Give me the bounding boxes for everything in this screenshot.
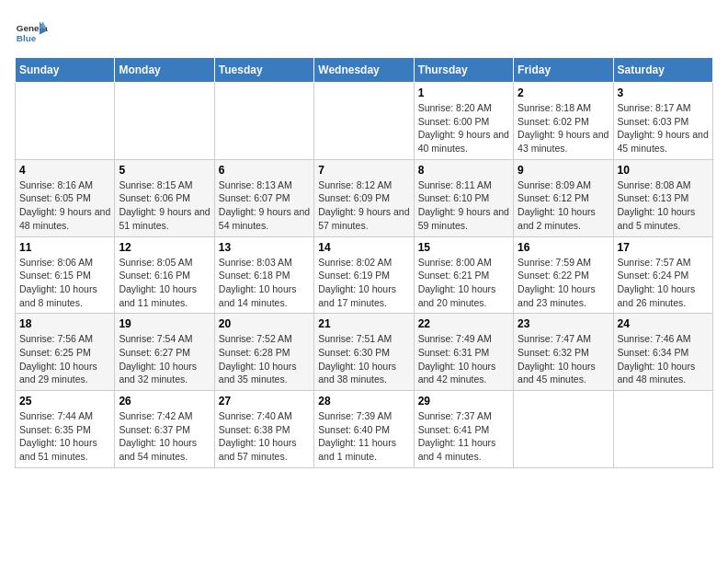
calendar-cell: 16Sunrise: 7:59 AM Sunset: 6:22 PM Dayli… <box>514 236 613 314</box>
day-info: Sunrise: 7:44 AM Sunset: 6:35 PM Dayligh… <box>19 409 110 464</box>
day-info: Sunrise: 8:02 AM Sunset: 6:19 PM Dayligh… <box>318 256 409 310</box>
calendar-cell: 15Sunrise: 8:00 AM Sunset: 6:21 PM Dayli… <box>414 236 513 314</box>
calendar-cell: 20Sunrise: 7:52 AM Sunset: 6:28 PM Dayli… <box>214 314 313 391</box>
day-of-week-sunday: Sunday <box>16 58 115 83</box>
day-info: Sunrise: 8:03 AM Sunset: 6:18 PM Dayligh… <box>219 256 310 310</box>
calendar-week-row: 25Sunrise: 7:44 AM Sunset: 6:35 PM Dayli… <box>16 391 713 468</box>
day-number: 6 <box>219 164 310 177</box>
day-of-week-thursday: Thursday <box>414 58 513 83</box>
day-number: 17 <box>618 241 709 254</box>
day-info: Sunrise: 8:13 AM Sunset: 6:07 PM Dayligh… <box>219 178 310 233</box>
day-info: Sunrise: 7:59 AM Sunset: 6:22 PM Dayligh… <box>518 256 609 310</box>
day-number: 16 <box>518 241 609 254</box>
calendar-cell <box>514 391 613 468</box>
day-of-week-tuesday: Tuesday <box>214 58 313 83</box>
day-number: 19 <box>119 317 210 330</box>
calendar-cell <box>613 391 712 468</box>
calendar-cell: 1Sunrise: 8:20 AM Sunset: 6:00 PM Daylig… <box>414 83 513 160</box>
day-number: 14 <box>318 241 409 254</box>
day-info: Sunrise: 7:56 AM Sunset: 6:25 PM Dayligh… <box>19 332 110 386</box>
day-number: 2 <box>518 86 609 99</box>
day-number: 21 <box>318 317 409 330</box>
calendar-cell: 10Sunrise: 8:08 AM Sunset: 6:13 PM Dayli… <box>613 159 712 236</box>
day-number: 5 <box>119 164 210 177</box>
svg-text:Blue: Blue <box>17 33 37 43</box>
day-number: 10 <box>618 164 709 177</box>
calendar-cell: 27Sunrise: 7:40 AM Sunset: 6:38 PM Dayli… <box>214 391 313 468</box>
day-info: Sunrise: 7:52 AM Sunset: 6:28 PM Dayligh… <box>219 332 310 386</box>
day-info: Sunrise: 8:20 AM Sunset: 6:00 PM Dayligh… <box>418 101 509 155</box>
calendar-week-row: 18Sunrise: 7:56 AM Sunset: 6:25 PM Dayli… <box>16 314 713 391</box>
calendar-cell: 23Sunrise: 7:47 AM Sunset: 6:32 PM Dayli… <box>514 314 613 391</box>
calendar-week-row: 11Sunrise: 8:06 AM Sunset: 6:15 PM Dayli… <box>16 236 713 314</box>
day-info: Sunrise: 7:57 AM Sunset: 6:24 PM Dayligh… <box>618 256 709 310</box>
calendar-cell <box>214 83 313 160</box>
day-info: Sunrise: 7:37 AM Sunset: 6:41 PM Dayligh… <box>418 409 509 464</box>
calendar-cell: 6Sunrise: 8:13 AM Sunset: 6:07 PM Daylig… <box>214 159 313 236</box>
calendar-cell: 4Sunrise: 8:16 AM Sunset: 6:05 PM Daylig… <box>16 159 115 236</box>
day-number: 22 <box>418 317 509 330</box>
calendar-cell: 26Sunrise: 7:42 AM Sunset: 6:37 PM Dayli… <box>115 391 214 468</box>
calendar-cell <box>115 83 214 160</box>
calendar-cell: 12Sunrise: 8:05 AM Sunset: 6:16 PM Dayli… <box>115 236 214 314</box>
day-info: Sunrise: 8:05 AM Sunset: 6:16 PM Dayligh… <box>119 256 210 310</box>
day-number: 18 <box>19 317 110 330</box>
day-info: Sunrise: 8:09 AM Sunset: 6:12 PM Dayligh… <box>518 178 609 233</box>
day-info: Sunrise: 8:06 AM Sunset: 6:15 PM Dayligh… <box>19 256 110 310</box>
calendar-cell: 22Sunrise: 7:49 AM Sunset: 6:31 PM Dayli… <box>414 314 513 391</box>
logo: General Blue <box>15 15 48 48</box>
day-number: 23 <box>518 317 609 330</box>
calendar-cell: 3Sunrise: 8:17 AM Sunset: 6:03 PM Daylig… <box>613 83 712 160</box>
day-info: Sunrise: 8:08 AM Sunset: 6:13 PM Dayligh… <box>618 178 709 233</box>
calendar-cell: 28Sunrise: 7:39 AM Sunset: 6:40 PM Dayli… <box>314 391 414 468</box>
calendar-table: SundayMondayTuesdayWednesdayThursdayFrid… <box>15 57 713 468</box>
calendar-cell: 7Sunrise: 8:12 AM Sunset: 6:09 PM Daylig… <box>314 159 414 236</box>
day-number: 13 <box>219 241 310 254</box>
calendar-header-row: SundayMondayTuesdayWednesdayThursdayFrid… <box>16 58 713 83</box>
day-number: 12 <box>119 241 210 254</box>
day-info: Sunrise: 7:54 AM Sunset: 6:27 PM Dayligh… <box>119 332 210 386</box>
day-number: 24 <box>618 317 709 330</box>
day-number: 1 <box>418 86 509 99</box>
calendar-cell: 18Sunrise: 7:56 AM Sunset: 6:25 PM Dayli… <box>16 314 115 391</box>
day-info: Sunrise: 8:12 AM Sunset: 6:09 PM Dayligh… <box>318 178 409 233</box>
day-info: Sunrise: 8:00 AM Sunset: 6:21 PM Dayligh… <box>418 256 509 310</box>
logo-icon: General Blue <box>15 15 48 48</box>
day-of-week-wednesday: Wednesday <box>314 58 414 83</box>
day-number: 8 <box>418 164 509 177</box>
calendar-cell: 29Sunrise: 7:37 AM Sunset: 6:41 PM Dayli… <box>414 391 513 468</box>
day-info: Sunrise: 7:42 AM Sunset: 6:37 PM Dayligh… <box>119 409 210 464</box>
day-number: 15 <box>418 241 509 254</box>
calendar-cell: 11Sunrise: 8:06 AM Sunset: 6:15 PM Dayli… <box>16 236 115 314</box>
day-number: 3 <box>618 86 709 99</box>
day-info: Sunrise: 8:17 AM Sunset: 6:03 PM Dayligh… <box>618 101 709 155</box>
day-of-week-saturday: Saturday <box>613 58 712 83</box>
day-info: Sunrise: 7:51 AM Sunset: 6:30 PM Dayligh… <box>318 332 409 386</box>
calendar-week-row: 1Sunrise: 8:20 AM Sunset: 6:00 PM Daylig… <box>16 83 713 160</box>
calendar-cell: 5Sunrise: 8:15 AM Sunset: 6:06 PM Daylig… <box>115 159 214 236</box>
calendar-cell: 17Sunrise: 7:57 AM Sunset: 6:24 PM Dayli… <box>613 236 712 314</box>
day-number: 27 <box>219 395 310 408</box>
day-info: Sunrise: 7:39 AM Sunset: 6:40 PM Dayligh… <box>318 409 409 464</box>
calendar-cell: 13Sunrise: 8:03 AM Sunset: 6:18 PM Dayli… <box>214 236 313 314</box>
day-info: Sunrise: 7:40 AM Sunset: 6:38 PM Dayligh… <box>219 409 310 464</box>
day-info: Sunrise: 8:11 AM Sunset: 6:10 PM Dayligh… <box>418 178 509 233</box>
day-info: Sunrise: 7:46 AM Sunset: 6:34 PM Dayligh… <box>618 332 709 386</box>
calendar-cell: 2Sunrise: 8:18 AM Sunset: 6:02 PM Daylig… <box>514 83 613 160</box>
calendar-cell: 8Sunrise: 8:11 AM Sunset: 6:10 PM Daylig… <box>414 159 513 236</box>
day-number: 9 <box>518 164 609 177</box>
day-info: Sunrise: 7:49 AM Sunset: 6:31 PM Dayligh… <box>418 332 509 386</box>
calendar-cell <box>314 83 414 160</box>
day-number: 4 <box>19 164 110 177</box>
calendar-cell: 14Sunrise: 8:02 AM Sunset: 6:19 PM Dayli… <box>314 236 414 314</box>
day-number: 11 <box>19 241 110 254</box>
day-info: Sunrise: 8:16 AM Sunset: 6:05 PM Dayligh… <box>19 178 110 233</box>
day-info: Sunrise: 8:18 AM Sunset: 6:02 PM Dayligh… <box>518 101 609 155</box>
calendar-cell <box>16 83 115 160</box>
day-number: 29 <box>418 395 509 408</box>
day-number: 26 <box>119 395 210 408</box>
page-header: General Blue <box>15 15 713 48</box>
calendar-cell: 21Sunrise: 7:51 AM Sunset: 6:30 PM Dayli… <box>314 314 414 391</box>
day-number: 28 <box>318 395 409 408</box>
day-number: 20 <box>219 317 310 330</box>
